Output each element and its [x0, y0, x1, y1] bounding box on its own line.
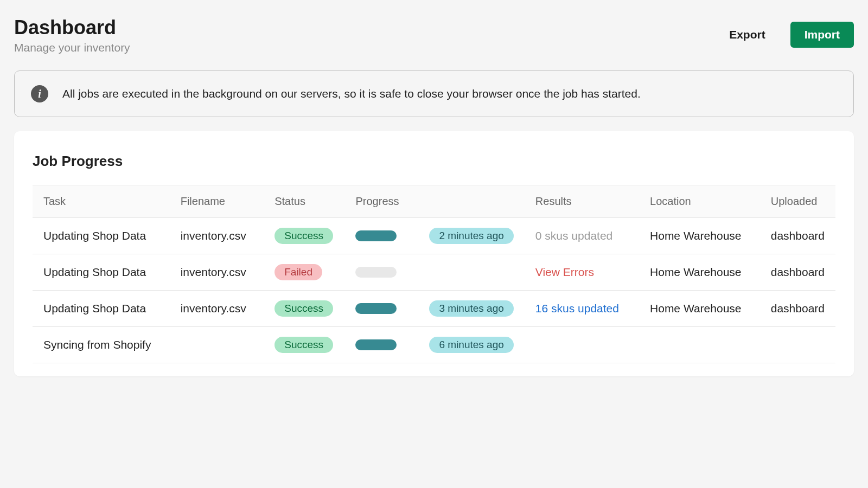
- cell-progress: [344, 254, 524, 291]
- status-badge: Success: [275, 300, 333, 317]
- cell-uploaded: dashboard: [760, 291, 835, 327]
- cell-filename: inventory.csv: [170, 218, 264, 254]
- cell-task: Syncing from Shopify: [33, 327, 170, 363]
- col-filename: Filename: [170, 185, 264, 218]
- cell-status: Success: [264, 327, 344, 363]
- cell-status: Success: [264, 291, 344, 327]
- table-row: Updating Shop Datainventory.csvSuccess2 …: [33, 218, 835, 254]
- col-status: Status: [264, 185, 344, 218]
- cell-progress: 2 minutes ago: [344, 218, 524, 254]
- cell-filename: inventory.csv: [170, 254, 264, 291]
- cell-results: 0 skus updated: [525, 218, 639, 254]
- info-banner: i All jobs are executed in the backgroun…: [14, 70, 854, 117]
- progress-bar: [355, 230, 397, 241]
- cell-filename: [170, 327, 264, 363]
- export-button[interactable]: Export: [715, 22, 780, 48]
- page: Dashboard Manage your inventory Export I…: [0, 0, 868, 393]
- col-results: Results: [525, 185, 639, 218]
- import-button[interactable]: Import: [790, 22, 854, 48]
- results-link[interactable]: 16 skus updated: [535, 302, 619, 314]
- job-table-header-row: Task Filename Status Progress Results Lo…: [33, 185, 835, 218]
- cell-uploaded: dashboard: [760, 218, 835, 254]
- cell-task: Updating Shop Data: [33, 218, 170, 254]
- page-title: Dashboard: [14, 16, 130, 39]
- status-badge: Failed: [275, 264, 322, 280]
- cell-progress: 6 minutes ago: [344, 327, 524, 363]
- cell-location: [639, 327, 760, 363]
- info-banner-text: All jobs are executed in the background …: [62, 87, 641, 100]
- cell-task: Updating Shop Data: [33, 254, 170, 291]
- cell-uploaded: [760, 327, 835, 363]
- cell-results: View Errors: [525, 254, 639, 291]
- cell-location: Home Warehouse: [639, 254, 760, 291]
- cell-filename: inventory.csv: [170, 291, 264, 327]
- page-subtitle: Manage your inventory: [14, 41, 130, 54]
- job-progress-card: Job Progress Task Filename Status Progre…: [14, 131, 854, 376]
- cell-location: Home Warehouse: [639, 218, 760, 254]
- title-block: Dashboard Manage your inventory: [14, 16, 130, 54]
- col-progress: Progress: [344, 185, 524, 218]
- table-row: Syncing from ShopifySuccess6 minutes ago: [33, 327, 835, 363]
- progress-bar: [355, 339, 397, 350]
- status-badge: Success: [275, 337, 333, 353]
- col-location: Location: [639, 185, 760, 218]
- cell-uploaded: dashboard: [760, 254, 835, 291]
- cell-progress: 3 minutes ago: [344, 291, 524, 327]
- progress-wrap: 2 minutes ago: [355, 228, 513, 244]
- cell-results: [525, 327, 639, 363]
- cell-location: Home Warehouse: [639, 291, 760, 327]
- status-badge: Success: [275, 228, 333, 244]
- col-task: Task: [33, 185, 170, 218]
- progress-wrap: 3 minutes ago: [355, 300, 513, 317]
- progress-wrap: 6 minutes ago: [355, 337, 513, 353]
- table-row: Updating Shop Datainventory.csvFailedVie…: [33, 254, 835, 291]
- col-uploaded: Uploaded: [760, 185, 835, 218]
- cell-results: 16 skus updated: [525, 291, 639, 327]
- job-table: Task Filename Status Progress Results Lo…: [33, 185, 835, 363]
- cell-status: Success: [264, 218, 344, 254]
- cell-task: Updating Shop Data: [33, 291, 170, 327]
- time-pill: 2 minutes ago: [429, 228, 513, 244]
- progress-bar: [355, 303, 397, 314]
- view-errors-link[interactable]: View Errors: [535, 266, 594, 278]
- cell-status: Failed: [264, 254, 344, 291]
- info-icon: i: [31, 85, 48, 102]
- time-pill: 3 minutes ago: [429, 300, 513, 317]
- progress-bar: [355, 267, 397, 278]
- table-row: Updating Shop Datainventory.csvSuccess3 …: [33, 291, 835, 327]
- job-table-scroll[interactable]: Task Filename Status Progress Results Lo…: [33, 185, 835, 363]
- progress-wrap: [355, 267, 513, 278]
- job-progress-title: Job Progress: [33, 153, 835, 170]
- header-actions: Export Import: [715, 16, 854, 48]
- time-pill: 6 minutes ago: [429, 337, 513, 353]
- page-header: Dashboard Manage your inventory Export I…: [14, 16, 854, 54]
- results-text: 0 skus updated: [535, 229, 612, 242]
